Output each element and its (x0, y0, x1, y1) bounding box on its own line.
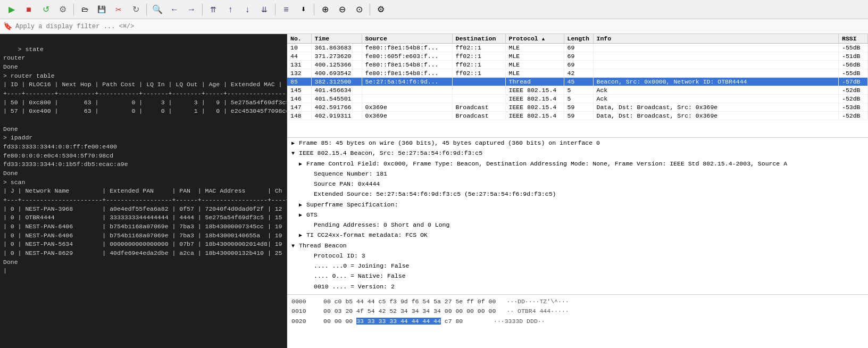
no-expand (306, 252, 314, 260)
detail-line[interactable]: .... ...0 = Joining: False (287, 261, 868, 271)
expand-icon[interactable]: ▶ (291, 139, 299, 147)
expand-icon[interactable]: ▶ (299, 160, 306, 168)
packet-list[interactable]: No. Time Source Destination Protocol ▲ L… (287, 34, 868, 138)
table-cell: 401.545501 (311, 95, 362, 103)
col-length[interactable]: Length (564, 34, 593, 44)
table-cell (452, 86, 505, 95)
detail-line[interactable]: ▼IEEE 802.15.4 Beacon, Src: 5e:27:5a:54:… (287, 148, 868, 158)
table-row[interactable]: 146401.545501IEEE 802.15.45Ack-52dB (287, 95, 868, 103)
table-cell: -55dB (839, 44, 868, 52)
hex-ascii: ·· OTBR4 444····· (506, 306, 569, 316)
table-row[interactable]: 148402.9193110x369eBroadcastIEEE 802.15.… (287, 112, 868, 120)
table-cell: 0x369e (362, 103, 452, 112)
reload-button[interactable]: ↻ (128, 2, 143, 17)
expand-icon[interactable]: ▶ (299, 211, 306, 219)
table-row[interactable]: 10361.863683fe80::f8e1:54b8:f...ff02::1M… (287, 44, 868, 52)
detail-line[interactable]: ▶Frame 85: 45 bytes on wire (360 bits), … (287, 138, 868, 148)
find-button[interactable]: 🔍 (150, 2, 165, 17)
detail-line[interactable]: Pending Addresses: 0 Short and 0 Long (287, 220, 868, 230)
table-row[interactable]: 132400.693542fe80::f8e1:54b8:f...ff02::1… (287, 69, 868, 78)
colorize-button[interactable]: ≡ (279, 2, 294, 17)
hex-dump: 000000 c0 b5 44 44 c5 f3 9d f6 54 5a 27 … (287, 295, 868, 348)
collapse-icon[interactable]: ▼ (291, 150, 299, 158)
table-cell: fe80::f8e1:54b8:f... (362, 44, 452, 52)
detail-line[interactable]: ▶Superframe Specification: (287, 200, 868, 210)
capture-options-button[interactable]: ⚙ (55, 2, 70, 17)
go-back-button[interactable]: ← (167, 2, 182, 17)
detail-line[interactable]: ▶GTS (287, 210, 868, 220)
detail-text: Pending Addresses: 0 Short and 0 Long (314, 221, 449, 228)
table-cell: 402.919311 (311, 112, 362, 120)
detail-line[interactable]: Sequence Number: 181 (287, 169, 868, 179)
terminal-panel[interactable]: > state router Done > router table | ID … (0, 34, 287, 348)
table-cell: fe80::605f:e603:f... (362, 52, 452, 61)
table-cell: MLE (505, 61, 564, 69)
col-source[interactable]: Source (362, 34, 452, 44)
detail-text: Frame Control Field: 0xc000, Frame Type:… (306, 160, 787, 167)
table-row[interactable]: 44371.273620fe80::605f:e603:f...ff02::1M… (287, 52, 868, 61)
start-capture-button[interactable]: ▶ (4, 2, 19, 17)
detail-text: IEEE 802.15.4 Beacon, Src: 5e:27:5a:54:f… (299, 150, 482, 156)
hex-line: 001000 03 20 4f 54 42 52 34 34 34 34 00 … (291, 306, 864, 316)
restart-capture-button[interactable]: ↺ (38, 2, 53, 17)
detail-line[interactable]: Protocol ID: 3 (287, 251, 868, 261)
go-last-button[interactable]: ⇊ (257, 2, 272, 17)
detail-line[interactable]: 0010 .... = Version: 2 (287, 281, 868, 292)
filter-input[interactable] (15, 23, 865, 30)
zoom-in-button[interactable]: ⊕ (318, 2, 332, 17)
table-cell: -52dB (839, 112, 868, 120)
go-first-button[interactable]: ⇈ (206, 2, 221, 17)
go-forward-button[interactable]: → (184, 2, 199, 17)
collapse-icon[interactable]: ▼ (291, 242, 299, 250)
separator-2 (146, 4, 147, 15)
detail-line[interactable]: ▶TI CC24xx-format metadata: FCS OK (287, 230, 868, 240)
go-prev-button[interactable]: ↑ (223, 2, 238, 17)
table-row[interactable]: 147402.5917660x369eBroadcastIEEE 802.15.… (287, 103, 868, 112)
no-expand (306, 180, 314, 188)
hex-ascii: ···DD····TZ'\^··· (506, 297, 569, 306)
settings-button[interactable]: ⚙ (373, 2, 388, 17)
col-no[interactable]: No. (287, 34, 311, 44)
table-cell (362, 86, 452, 95)
stop-capture-button[interactable]: ■ (21, 2, 36, 17)
table-cell: IEEE 802.15.4 (505, 86, 564, 95)
detail-text: Extended Source: 5e:27:5a:54:f6:9d:f3:c5… (314, 190, 556, 197)
col-rssi[interactable]: RSSI (839, 34, 868, 44)
detail-text: Superframe Specification: (306, 201, 398, 208)
detail-text: Thread Beacon (299, 242, 347, 249)
zoom-reset-button[interactable]: ⊙ (352, 2, 366, 17)
hex-line: 000000 c0 b5 44 44 c5 f3 9d f6 54 5a 27 … (291, 297, 864, 306)
save-file-button[interactable]: 💾 (94, 2, 109, 17)
table-cell: Data, Dst: Broadcast, Src: 0x369e (593, 103, 839, 112)
table-row[interactable]: 131400.125366fe80::f8e1:54b8:f...ff02::1… (287, 61, 868, 69)
table-cell: 400.125366 (311, 61, 362, 69)
table-cell: -51dB (839, 52, 868, 61)
no-expand (306, 283, 314, 291)
table-cell: 85 (287, 78, 311, 86)
table-cell: 5 (564, 95, 593, 103)
detail-line[interactable]: ▶Frame Control Field: 0xc000, Frame Type… (287, 159, 868, 169)
detail-line[interactable]: Source PAN: 0x4444 (287, 179, 868, 189)
go-next-button[interactable]: ↓ (240, 2, 255, 17)
col-info[interactable]: Info (593, 34, 839, 44)
close-file-button[interactable]: ✂ (111, 2, 126, 17)
open-file-button[interactable]: 🗁 (77, 2, 92, 17)
table-cell (593, 61, 839, 69)
detail-line[interactable]: Extended Source: 5e:27:5a:54:f6:9d:f3:c5… (287, 189, 868, 199)
table-cell: ff02::1 (452, 69, 505, 78)
filter-bar: 🔖 (0, 19, 868, 34)
separator-3 (202, 4, 203, 15)
table-row[interactable]: 145401.456634IEEE 802.15.45Ack-52dB (287, 86, 868, 95)
packet-detail[interactable]: ▶Frame 85: 45 bytes on wire (360 bits), … (287, 138, 868, 295)
expand-icon[interactable]: ▶ (299, 201, 306, 209)
col-destination[interactable]: Destination (452, 34, 505, 44)
col-time[interactable]: Time (311, 34, 362, 44)
expand-icon[interactable]: ▶ (299, 231, 306, 239)
zoom-out-button[interactable]: ⊖ (335, 2, 349, 17)
detail-line[interactable]: ▼Thread Beacon (287, 241, 868, 251)
detail-line[interactable]: .... 0... = Native: False (287, 271, 868, 281)
col-protocol[interactable]: Protocol ▲ (505, 34, 564, 44)
autoscroll-button[interactable]: ⬇ (296, 2, 311, 17)
table-row[interactable]: 85382.3125005e:27:5a:54:f6:9d...Thread45… (287, 78, 868, 86)
table-cell: 44 (287, 52, 311, 61)
